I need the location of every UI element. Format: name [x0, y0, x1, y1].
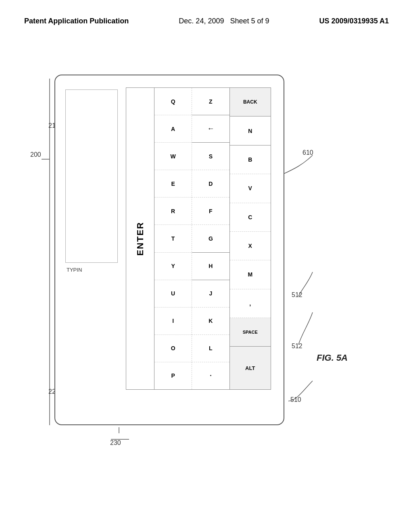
key-Z[interactable]: Z [192, 88, 229, 115]
key-alt[interactable]: ALT [230, 347, 271, 389]
col-special: BACK N B V C X M , SPACE ALT [230, 88, 271, 389]
fig-label: FIG. 5A [317, 353, 348, 363]
ref-200: 200 [30, 151, 41, 158]
key-G[interactable]: G [192, 225, 229, 252]
key-J[interactable]: J [192, 280, 229, 308]
ref-512b: 512 [292, 291, 302, 299]
key-R[interactable]: R [154, 197, 192, 225]
key-H[interactable]: H [192, 253, 229, 280]
key-I[interactable]: I [154, 308, 192, 335]
col-zsdfg: Z ← S D F G H J K L · [192, 88, 229, 389]
key-C[interactable]: C [230, 203, 271, 232]
key-Q[interactable]: Q [154, 88, 192, 115]
key-U[interactable]: U [154, 280, 192, 308]
key-F[interactable]: F [192, 197, 229, 225]
enter-column: ENTER [126, 88, 154, 389]
key-Y[interactable]: Y [154, 253, 192, 280]
ref-230: 230 [110, 439, 121, 447]
key-back[interactable]: BACK [230, 88, 271, 116]
key-E[interactable]: E [154, 170, 192, 197]
text-input-area [65, 89, 118, 263]
key-W[interactable]: W [154, 143, 192, 170]
key-N[interactable]: N [230, 116, 271, 145]
key-P[interactable]: P [154, 362, 192, 389]
key-D[interactable]: D [192, 170, 229, 197]
key-A[interactable]: A [154, 115, 192, 143]
typin-label: TYPIN [67, 267, 82, 273]
ref-510: 510 [290, 396, 301, 403]
key-L[interactable]: L [192, 335, 229, 362]
key-B[interactable]: B [230, 145, 271, 174]
page-header: Patent Application Publication Dec. 24, … [0, 16, 413, 26]
ref-610: 610 [302, 149, 313, 156]
key-X[interactable]: X [230, 232, 271, 260]
key-backspace-arrow[interactable]: ← [192, 115, 229, 143]
header-center: Dec. 24, 2009 Sheet 5 of 9 [179, 16, 269, 26]
key-V[interactable]: V [230, 174, 271, 203]
key-S[interactable]: S [192, 143, 229, 170]
enter-key[interactable]: ENTER [135, 222, 146, 256]
diagram-area: 200 210 220 330 230 510 512 512 610 FIG.… [22, 62, 393, 506]
ref-512a: 512 [292, 343, 302, 350]
key-M[interactable]: M [230, 260, 271, 289]
header-left: Patent Application Publication [24, 16, 129, 26]
key-comma[interactable]: , [230, 289, 271, 318]
keyboard-container: ENTER Q A W E R T Y U I O P Z ← S D [126, 87, 271, 390]
key-K[interactable]: K [192, 308, 229, 335]
col-qwerty: Q A W E R T Y U I O P [154, 88, 192, 389]
key-dot[interactable]: · [192, 362, 229, 389]
device-outer: TYPIN ENTER Q A W E R T Y U I O P [54, 75, 284, 425]
key-O[interactable]: O [154, 335, 192, 362]
key-T[interactable]: T [154, 225, 192, 252]
key-space[interactable]: SPACE [230, 318, 271, 347]
header-right: US 2009/0319935 A1 [319, 16, 389, 26]
